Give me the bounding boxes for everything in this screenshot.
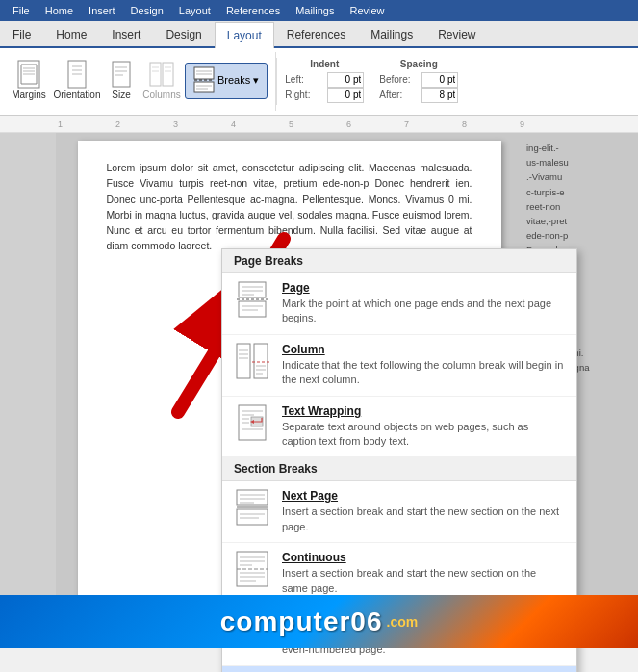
orientation-label: Orientation xyxy=(54,90,101,100)
menu-item-oddpage[interactable]: -1 -3 Odd Page xyxy=(222,666,576,672)
indent-left-input[interactable] xyxy=(327,72,364,88)
menu-item-nextpage-desc: Insert a section break and start the new… xyxy=(282,504,565,534)
menu-item-continuous-desc: Insert a section break and start the new… xyxy=(282,566,565,596)
columns-icon xyxy=(148,61,175,88)
tab-design[interactable]: Design xyxy=(153,21,214,46)
columns-button[interactable]: Columns xyxy=(140,58,183,103)
menu-item-page-desc: Mark the point at which one page ends an… xyxy=(282,297,565,326)
menu-item-page[interactable]: Page Mark the point at which one page en… xyxy=(222,273,576,335)
size-label: Size xyxy=(112,90,130,100)
indent-right-input[interactable] xyxy=(327,88,364,103)
columns-label: Columns xyxy=(142,90,180,100)
menu-item-page-text: Page Mark the point at which one page en… xyxy=(282,281,565,326)
breaks-button[interactable]: Breaks ▾ xyxy=(185,63,268,99)
ribbon-home[interactable]: Home xyxy=(38,3,80,18)
tab-layout[interactable]: Layout xyxy=(215,22,274,48)
indent-left-label: Left: xyxy=(285,74,323,85)
page-breaks-header: Page Breaks xyxy=(222,249,576,273)
section-breaks-header: Section Breaks xyxy=(222,457,576,481)
right-column-line: vitae,-pret xyxy=(526,214,634,228)
spacing-header: Spacing xyxy=(379,59,458,69)
spacing-before-row: Before: xyxy=(379,72,458,88)
watermark-sub: .com xyxy=(387,614,419,630)
spacing-after-label: After: xyxy=(379,90,418,100)
right-column-line: us-malesu xyxy=(526,155,634,169)
spacing-before-input[interactable] xyxy=(421,72,458,88)
textwrap-break-icon xyxy=(234,404,270,441)
svg-rect-17 xyxy=(163,63,173,86)
right-column-line: ede-non-p xyxy=(526,228,634,243)
menu-item-page-title: Page xyxy=(282,281,565,295)
size-button[interactable]: Size xyxy=(104,58,139,103)
spacing-before-label: Before: xyxy=(379,74,418,85)
svg-rect-29 xyxy=(239,282,266,297)
indent-right-label: Right: xyxy=(285,90,323,100)
ribbon-review[interactable]: Review xyxy=(344,3,392,18)
svg-rect-59 xyxy=(237,509,268,525)
ruler: 1 2 3 4 5 6 7 8 9 xyxy=(0,116,638,133)
menu-item-textwrap-title: Text Wrapping xyxy=(282,404,565,418)
menu-item-textwrap-text: Text Wrapping Separate text around objec… xyxy=(282,404,565,450)
ribbon-design[interactable]: Design xyxy=(124,3,170,18)
tab-mailings[interactable]: Mailings xyxy=(358,21,425,46)
menu-item-continuous-text: Continuous Insert a section break and st… xyxy=(282,551,565,596)
menu-item-nextpage-text: Next Page Insert a section break and sta… xyxy=(282,489,565,534)
ribbon-insert[interactable]: Insert xyxy=(82,3,122,18)
main-area: Lorem ipsum dolor sit amet, consectetur … xyxy=(0,133,638,595)
indent-section: Indent Left: Right: xyxy=(285,59,364,103)
right-column-line: ing-elit.- xyxy=(526,141,634,155)
right-column-line: c-turpis-e xyxy=(526,185,634,199)
page-break-icon xyxy=(234,281,270,318)
tab-review[interactable]: Review xyxy=(425,21,488,46)
tab-file[interactable]: File xyxy=(0,21,43,46)
indent-right-row: Right: xyxy=(285,88,364,103)
svg-rect-54 xyxy=(237,490,268,505)
menu-item-continuous-title: Continuous xyxy=(282,551,565,564)
page-setup-group: Margins Orientation xyxy=(0,52,276,111)
margins-button[interactable]: Margins xyxy=(8,58,50,103)
menu-item-column[interactable]: Column Indicate that the text following … xyxy=(222,335,576,397)
watermark-text: computer06 xyxy=(220,607,383,637)
tab-bar: File Home Insert Design Layout Reference… xyxy=(0,21,638,48)
svg-rect-34 xyxy=(239,301,266,317)
left-panel xyxy=(0,133,56,595)
nextpage-break-icon xyxy=(234,489,270,526)
orientation-button[interactable]: Orientation xyxy=(52,58,102,103)
menu-item-nextpage[interactable]: Next Page Insert a section break and sta… xyxy=(222,481,576,543)
watermark: computer06 .com xyxy=(0,595,638,648)
menu-item-textwrap[interactable]: Text Wrapping Separate text around objec… xyxy=(222,397,576,458)
tab-references[interactable]: References xyxy=(274,21,358,46)
margins-label: Margins xyxy=(12,90,46,100)
spacing-after-input[interactable] xyxy=(421,88,458,103)
spacing-section: Spacing Before: After: xyxy=(379,59,458,103)
right-column-line: .-Vivamu xyxy=(526,169,634,184)
toolbar: Margins Orientation xyxy=(0,48,638,116)
svg-rect-12 xyxy=(113,62,130,87)
ribbon-file[interactable]: File xyxy=(6,3,37,18)
breaks-label: Breaks ▾ xyxy=(217,74,259,87)
document-body: Lorem ipsum dolor sit amet, consectetur … xyxy=(107,160,472,254)
svg-rect-16 xyxy=(150,63,161,86)
menu-item-nextpage-title: Next Page xyxy=(282,489,565,503)
margins-icon xyxy=(15,61,42,88)
tab-home[interactable]: Home xyxy=(43,21,99,46)
indent-header: Indent xyxy=(285,59,364,69)
ribbon-bar: File Home Insert Design Layout Reference… xyxy=(0,0,638,21)
svg-rect-26 xyxy=(194,82,214,92)
continuous-break-icon xyxy=(234,551,270,587)
column-break-icon xyxy=(234,343,270,379)
spacing-after-row: After: xyxy=(379,88,458,103)
menu-item-column-title: Column xyxy=(282,343,565,356)
breaks-icon xyxy=(193,66,215,95)
orientation-icon xyxy=(64,61,90,88)
indent-spacing-group: Indent Left: Right: Spacing Before: xyxy=(277,52,466,111)
ribbon-references[interactable]: References xyxy=(219,3,287,18)
indent-left-row: Left: xyxy=(285,72,364,88)
tab-insert[interactable]: Insert xyxy=(99,21,153,46)
menu-item-column-text: Column Indicate that the text following … xyxy=(282,343,565,388)
ribbon-layout[interactable]: Layout xyxy=(172,3,217,18)
size-icon xyxy=(108,61,135,88)
ribbon-mailings[interactable]: Mailings xyxy=(289,3,341,18)
svg-rect-22 xyxy=(194,67,214,79)
menu-item-column-desc: Indicate that the text following the col… xyxy=(282,358,565,388)
